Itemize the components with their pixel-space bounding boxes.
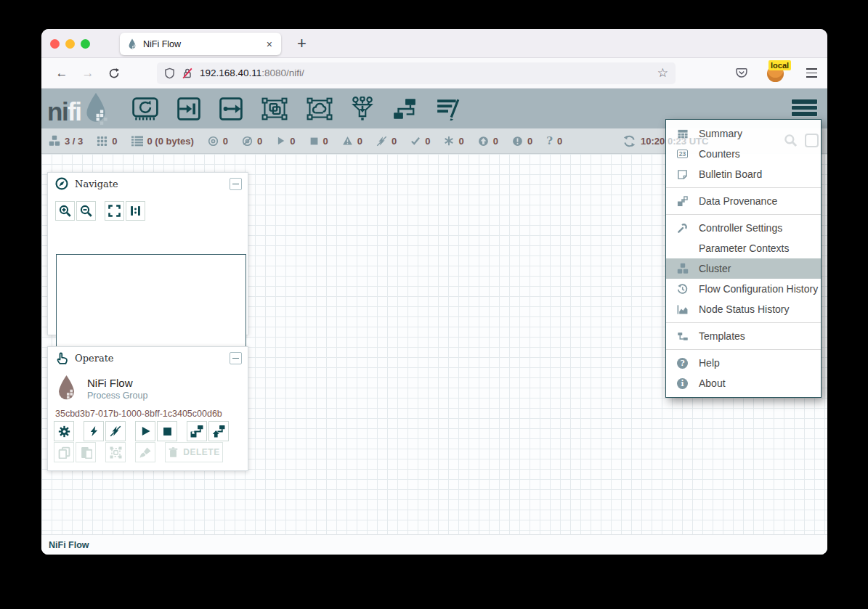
invalid-warning-icon xyxy=(342,136,353,146)
url-bar[interactable]: 192.168.40.11:8080/nifi/ ☆ xyxy=(157,62,676,84)
delete-button[interactable]: DELETE xyxy=(165,442,223,462)
menu-item-counters[interactable]: 23 Counters xyxy=(666,144,821,164)
maximize-window-button[interactable] xyxy=(81,39,90,49)
queued-status: 0 (0 bytes) xyxy=(131,135,194,147)
new-tab-button[interactable]: + xyxy=(291,31,312,56)
menu-item-about[interactable]: i About xyxy=(666,373,821,393)
locally-modified-stale-icon xyxy=(512,136,523,147)
remote-process-group-tool-icon[interactable] xyxy=(307,97,333,120)
processor-tool-icon[interactable] xyxy=(132,97,158,120)
navigate-panel: Navigate xyxy=(47,172,248,335)
menu-label: Node Status History xyxy=(699,303,790,315)
transmitting-icon xyxy=(208,136,219,147)
insecure-lock-icon[interactable] xyxy=(182,68,193,79)
save-template-button[interactable] xyxy=(187,421,207,441)
invalid-status: 0 xyxy=(342,136,362,147)
profile-avatar[interactable]: local xyxy=(767,64,786,83)
zoom-out-button[interactable] xyxy=(76,201,96,221)
label-tool-icon[interactable] xyxy=(436,97,461,120)
process-group-tool-icon[interactable] xyxy=(261,97,288,120)
selected-component-type: Process Group xyxy=(87,391,147,401)
refresh-time-behind-menu: 0:23 UTC xyxy=(668,136,708,147)
not-transmitting-icon xyxy=(242,136,253,147)
hand-icon xyxy=(55,351,68,364)
enable-button[interactable] xyxy=(84,421,104,441)
template-tool-icon[interactable] xyxy=(392,97,417,120)
zoom-fit-button[interactable] xyxy=(105,201,124,221)
funnel-tool-icon[interactable] xyxy=(352,97,373,121)
locally-modified-stale-count: 0 xyxy=(527,136,532,147)
paste-button[interactable] xyxy=(76,442,96,462)
back-button[interactable]: ← xyxy=(53,65,70,82)
menu-item-templates[interactable]: Templates xyxy=(666,326,821,346)
logo-text-fi: fi xyxy=(68,98,81,126)
transmitting-status: 0 xyxy=(208,136,228,147)
menu-item-parameter-contexts[interactable]: Parameter Contexts xyxy=(666,238,821,258)
menu-label: Data Provenance xyxy=(699,195,777,207)
menu-label: Templates xyxy=(699,330,745,342)
url-text[interactable]: 192.168.40.11:8080/nifi/ xyxy=(200,68,651,78)
compass-icon xyxy=(55,177,68,190)
not-transmitting-status: 0 xyxy=(242,136,262,147)
locally-modified-count: 0 xyxy=(458,136,463,147)
close-window-button[interactable] xyxy=(50,39,60,49)
birdseye-minimap[interactable] xyxy=(56,254,246,350)
running-play-icon xyxy=(276,136,285,146)
locally-modified-asterisk-icon xyxy=(444,136,454,146)
input-port-tool-icon[interactable] xyxy=(177,97,200,120)
history-icon xyxy=(676,284,689,295)
zoom-in-button[interactable] xyxy=(55,201,75,221)
selected-component-name: NiFi Flow xyxy=(87,377,147,389)
stop-button[interactable] xyxy=(157,421,177,441)
threads-status: 0 xyxy=(97,136,117,147)
menu-separator xyxy=(666,187,821,188)
nifi-logo: nifi xyxy=(47,92,109,126)
tab-close-icon[interactable]: × xyxy=(265,38,274,50)
group-button[interactable] xyxy=(105,442,126,462)
threads-grid-icon xyxy=(97,136,108,147)
tab-title: NiFi Flow xyxy=(143,39,259,49)
disable-button[interactable] xyxy=(105,421,126,441)
global-menu: Summary 23 Counters Bulletin Board Data … xyxy=(665,119,822,398)
refresh-icon[interactable] xyxy=(623,135,636,147)
configure-button[interactable] xyxy=(54,421,74,441)
menu-item-cluster[interactable]: Cluster xyxy=(666,258,821,279)
cluster-cubes-icon xyxy=(676,263,689,274)
tab-bar: NiFi Flow × + xyxy=(41,29,827,58)
forward-button: → xyxy=(79,65,97,82)
start-button[interactable] xyxy=(135,421,155,441)
bookmark-star-icon[interactable]: ☆ xyxy=(657,65,668,81)
url-host: 192.168.40.11 xyxy=(200,68,261,78)
upload-template-button[interactable] xyxy=(208,421,229,441)
pocket-icon[interactable] xyxy=(735,67,748,79)
operate-collapse-button[interactable] xyxy=(230,352,242,364)
firefox-menu-icon[interactable] xyxy=(806,68,817,77)
menu-item-node-status-history[interactable]: Node Status History xyxy=(666,299,821,319)
menu-item-bulletin-board[interactable]: Bulletin Board xyxy=(666,164,821,184)
menu-item-flow-configuration-history[interactable]: Flow Configuration History xyxy=(666,279,821,299)
output-port-tool-icon[interactable] xyxy=(219,97,243,120)
stopped-count: 0 xyxy=(323,136,328,147)
zoom-actual-size-button[interactable] xyxy=(126,201,145,221)
navigate-collapse-button[interactable] xyxy=(230,178,242,190)
menu-item-data-provenance[interactable]: Data Provenance xyxy=(666,191,821,211)
running-count: 0 xyxy=(290,136,295,147)
disabled-status: 0 xyxy=(376,136,397,147)
copy-button[interactable] xyxy=(54,442,74,462)
browser-tab[interactable]: NiFi Flow × xyxy=(120,33,281,55)
disabled-bolt-slash-icon xyxy=(376,136,387,147)
trash-icon xyxy=(168,446,179,458)
menu-item-controller-settings[interactable]: Controller Settings xyxy=(666,218,821,238)
navigate-header: Navigate xyxy=(48,173,248,195)
search-icon[interactable] xyxy=(784,134,798,147)
menu-item-help[interactable]: ? Help xyxy=(666,353,821,373)
shield-icon[interactable] xyxy=(164,68,175,79)
delete-label: DELETE xyxy=(183,447,219,457)
operate-title: Operate xyxy=(75,353,114,364)
nifi-global-menu-icon[interactable] xyxy=(792,99,817,116)
transmitting-count: 0 xyxy=(223,136,228,147)
minimize-window-button[interactable] xyxy=(65,39,75,49)
color-button[interactable] xyxy=(135,442,155,462)
breadcrumb[interactable]: NiFi Flow xyxy=(49,540,89,550)
reload-button[interactable] xyxy=(105,65,123,82)
